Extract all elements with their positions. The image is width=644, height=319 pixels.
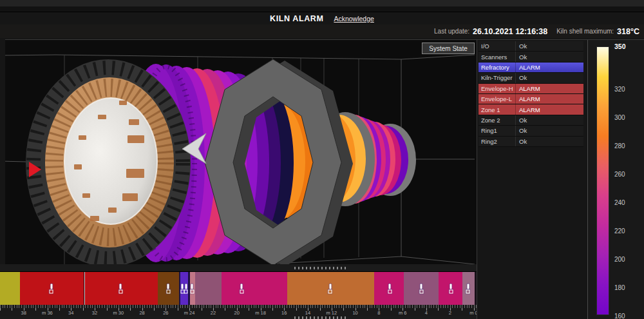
system-status-panel: I/OOkScannersOkRefractoryALARMKiln-Trigg… (477, 40, 587, 319)
ruler-label: 14 (305, 310, 310, 316)
kiln-max-value: 318°C (617, 27, 639, 36)
ruler-label: 4 (425, 310, 428, 316)
scale-tick-label: 200 (614, 256, 625, 263)
status-bar: Last update: 26.10.2021 12:16:38 Kiln sh… (0, 24, 644, 38)
alarm-indicator-icon[interactable] (118, 284, 123, 293)
last-update-value: 26.10.2021 12:16:38 (473, 27, 547, 36)
status-row-value: Ok (516, 43, 583, 50)
system-state-button[interactable]: System State (422, 43, 475, 54)
status-row-value: ALARM (516, 106, 583, 113)
kiln-3d-visualization (5, 40, 477, 264)
alarm-indicator-icon[interactable] (466, 284, 470, 293)
status-row-value: Ok (516, 74, 583, 81)
ruler-label: m 6 (399, 310, 407, 316)
scale-tick-label: 240 (614, 199, 625, 206)
timeline-scrollbar-top[interactable] (0, 264, 477, 272)
scale-tick-label: 180 (614, 284, 625, 291)
status-row-value: Ok (516, 127, 583, 134)
scrollbar-grip-icon[interactable] (294, 267, 348, 269)
alarm-title: KILN ALARM (270, 14, 323, 23)
status-row-envelope-l[interactable]: Envelope-LALARM (478, 94, 583, 104)
ruler-label: 32 (92, 310, 97, 316)
status-row-label: Scanners (478, 52, 516, 61)
status-row-value: Ok (516, 138, 583, 145)
kiln-length-ruler: 38m 363432m 302826m 242220m 181614m 1210… (0, 305, 477, 316)
scale-tick-label: 300 (614, 114, 625, 121)
status-row-ring2[interactable]: Ring2Ok (478, 137, 583, 147)
ruler-label: 16 (281, 310, 287, 316)
alarm-indicator-icon[interactable] (166, 284, 171, 293)
alarm-indicator-icon[interactable] (388, 284, 392, 293)
alarm-indicator-icon[interactable] (190, 284, 194, 293)
ruler-label: m 30 (113, 310, 124, 316)
status-row-value: ALARM (516, 64, 583, 71)
ruler-label: 8 (377, 310, 380, 316)
timeline-segment[interactable] (0, 272, 20, 305)
status-row-label: Ring2 (478, 137, 516, 146)
status-row-label: Kiln-Trigger (478, 73, 516, 82)
status-row-label: Envelope-H (478, 84, 516, 93)
ruler-label: m 0 (469, 310, 477, 316)
status-row-value: Ok (516, 53, 583, 61)
ruler-label: 10 (352, 310, 357, 316)
scale-tick-label: 280 (614, 142, 625, 150)
alarm-banner: KILN ALARM Acknowledge (0, 12, 644, 24)
temperature-scale-panel: 350320300280260240220200180160 (587, 40, 644, 319)
status-row-label: I/O (478, 41, 516, 51)
scrollbar-grip-icon[interactable] (294, 316, 348, 319)
status-row-value: Ok (516, 117, 583, 124)
ruler-label: 38 (21, 310, 26, 316)
status-row-ring1[interactable]: Ring1Ok (478, 126, 583, 136)
ruler-label: m 18 (255, 310, 266, 316)
status-row-refractory[interactable]: RefractoryALARM (478, 63, 583, 73)
timeline-segment[interactable] (222, 272, 287, 305)
ruler-label: 2 (449, 310, 451, 316)
ruler-minor-ticks (0, 305, 477, 308)
alarm-indicator-icon[interactable] (240, 284, 244, 293)
scale-tick-label: 220 (614, 227, 625, 235)
kiln-3d-view[interactable]: System State (5, 40, 477, 264)
status-row-i-o[interactable]: I/OOk (478, 41, 583, 52)
alarm-indicator-icon[interactable] (449, 284, 453, 293)
ruler-label: m 24 (184, 310, 195, 316)
status-row-label: Zone 2 (478, 115, 516, 125)
last-update-label: Last update: (434, 28, 469, 35)
scale-tick-label: 320 (614, 86, 625, 93)
scale-tick-label: 160 (614, 313, 625, 319)
kiln-max-label: Kiln shell maximum: (556, 28, 614, 35)
alarm-indicator-icon[interactable] (419, 284, 424, 293)
status-row-label: Refractory (478, 63, 516, 72)
status-row-envelope-h[interactable]: Envelope-HALARM (478, 84, 583, 94)
kiln-monitor-window: KILN ALARM Acknowledge Last update: 26.1… (0, 0, 644, 319)
alarm-indicator-icon[interactable] (328, 284, 332, 293)
system-status-table: I/OOkScannersOkRefractoryALARMKiln-Trigg… (478, 41, 583, 147)
status-row-value: ALARM (516, 85, 583, 92)
ruler-label: m 36 (42, 310, 53, 316)
status-row-zone-1[interactable]: Zone 1ALARM (478, 104, 583, 115)
alarm-indicator-icon[interactable] (49, 284, 53, 293)
window-titlebar (0, 0, 644, 12)
status-row-kiln-trigger[interactable]: Kiln-TriggerOk (478, 73, 583, 83)
alarm-indicator-icon[interactable] (184, 284, 188, 293)
alarm-zone-band (0, 272, 477, 305)
ruler-label: m 12 (326, 310, 337, 316)
ruler-label: 26 (163, 310, 168, 316)
status-row-label: Ring1 (478, 126, 516, 135)
status-row-label: Envelope-L (478, 94, 516, 104)
kiln-shell-end (26, 59, 191, 264)
scale-tick-label: 260 (614, 171, 625, 178)
status-row-value: ALARM (516, 95, 583, 102)
temperature-gradient-bar (596, 46, 609, 315)
status-row-scanners[interactable]: ScannersOk (478, 52, 583, 62)
scale-tick-label: 350 (614, 43, 626, 50)
ruler-label: 28 (139, 310, 144, 316)
kiln-length-timeline: 38m 363432m 302826m 242220m 181614m 1210… (0, 264, 477, 319)
ruler-label: 22 (211, 310, 216, 316)
acknowledge-link[interactable]: Acknowledge (334, 15, 374, 23)
timeline-segment[interactable] (195, 272, 222, 305)
status-row-zone-2[interactable]: Zone 2Ok (478, 115, 583, 126)
timeline-scrollbar-bottom[interactable] (0, 316, 477, 319)
ruler-label: 34 (68, 310, 73, 316)
ruler-label: 20 (234, 310, 240, 316)
status-row-label: Zone 1 (478, 104, 516, 114)
